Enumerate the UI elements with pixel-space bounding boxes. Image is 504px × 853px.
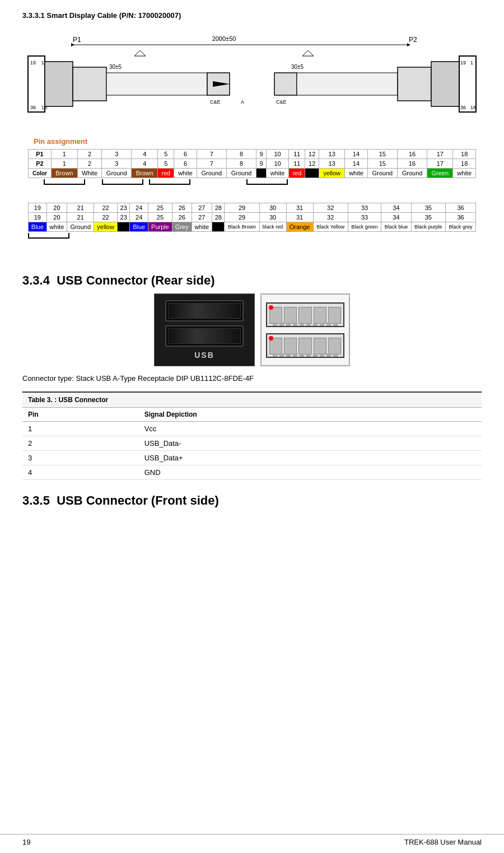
table-caption: Table 3. : USB Connector [22,391,482,408]
section-333-title: 3.3.3.1 Smart Display Cable (P/N: 170002… [22,11,482,20]
svg-marker-18 [302,50,314,56]
svg-rect-9 [45,62,73,106]
manual-title: TREK-688 User Manual [404,838,482,846]
svg-text:36: 36 [30,105,36,110]
svg-text:1: 1 [41,60,44,66]
col-header-signal: Signal Depiction [139,408,482,422]
section-335-title: 3.3.5 USB Connector (Front side) [22,493,482,508]
pin-assignment-section: Pin assignment P1 123456789 101112131415… [22,137,482,244]
page-footer: 19 TREK-688 User Manual [0,834,504,846]
svg-text:19: 19 [460,60,466,66]
svg-text:P2: P2 [409,36,417,44]
svg-rect-19 [274,73,297,95]
usb-table: Table 3. : USB Connector Pin Signal Depi… [22,391,482,480]
svg-text:2000±50: 2000±50 [212,35,236,42]
svg-text:1: 1 [470,60,473,66]
pin-assignment-label: Pin assignment [34,137,476,146]
table-row: 2USB_Data- [22,436,482,451]
usb-port-slot-top [165,300,244,321]
svg-text:C&E: C&E [210,99,221,105]
usb-label: USB [194,351,214,360]
usb-image-area: USB [22,293,482,366]
cable-diagram: P1 P2 2000±50 19 36 1 18 30±5 C&E 30±5 [22,25,482,132]
svg-text:19: 19 [30,60,36,66]
svg-text:18: 18 [470,105,476,110]
svg-rect-10 [73,67,106,101]
table-row: 3USB_Data+ [22,451,482,465]
svg-rect-24 [431,62,459,106]
svg-text:30±5: 30±5 [291,64,304,70]
svg-text:A: A [241,99,244,105]
svg-text:36: 36 [460,105,466,110]
col-header-pin: Pin [22,408,139,422]
pin-table-upper: P1 123456789 101112131415161718 P2 12345… [28,149,476,178]
svg-text:P1: P1 [73,36,81,44]
section-334-title: 3.3.4 USB Connector (Rear side) [22,273,482,288]
svg-rect-23 [398,67,431,101]
section-335: 3.3.5 USB Connector (Front side) [22,493,482,508]
table-row: 4GND [22,465,482,480]
pin-table-lower: 19202122232425262728 2930313233343536 19… [28,203,476,232]
svg-text:30±5: 30±5 [109,64,122,70]
table-row: 1Vcc [22,422,482,436]
usb-port-slot-bottom [165,325,244,347]
svg-marker-13 [134,50,146,56]
page-number: 19 [22,838,30,846]
svg-text:C&E: C&E [276,99,287,105]
svg-rect-11 [106,73,207,95]
section-334: 3.3.4 USB Connector (Rear side) USB [22,273,482,480]
connector-info-text: Connector type: Stack USB A-Type Recepta… [22,374,482,383]
usb-photo: USB [154,293,255,366]
svg-rect-22 [297,73,398,95]
